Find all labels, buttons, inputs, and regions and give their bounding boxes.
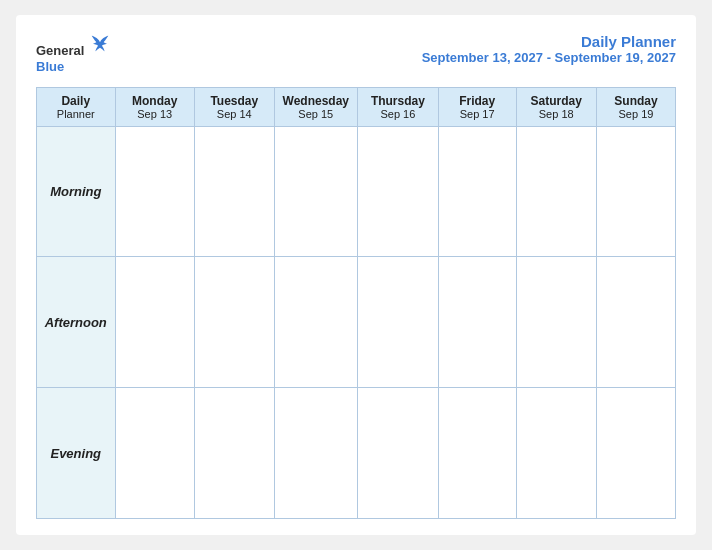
afternoon-sunday[interactable] [596,257,675,388]
morning-thursday[interactable] [357,126,438,257]
monday-name: Monday [120,94,190,108]
afternoon-wednesday[interactable] [274,257,357,388]
logo-text: General Blue [36,33,111,75]
morning-sunday[interactable] [596,126,675,257]
page: General Blue Daily Planner September 13,… [16,15,696,535]
evening-wednesday[interactable] [274,388,357,519]
morning-friday[interactable] [438,126,516,257]
afternoon-tuesday[interactable] [194,257,274,388]
morning-saturday[interactable] [516,126,596,257]
evening-saturday[interactable] [516,388,596,519]
evening-thursday[interactable] [357,388,438,519]
logo-bird-icon [89,33,111,55]
sunday-date: Sep 19 [601,108,671,120]
tuesday-name: Tuesday [199,94,270,108]
header-thursday: Thursday Sep 16 [357,87,438,126]
morning-wednesday[interactable] [274,126,357,257]
wednesday-date: Sep 15 [279,108,353,120]
evening-sunday[interactable] [596,388,675,519]
planner-title: Daily Planner [422,33,676,50]
title-area: Daily Planner September 13, 2027 - Septe… [422,33,676,65]
sunday-name: Sunday [601,94,671,108]
row-evening: Evening [37,388,676,519]
header-sunday: Sunday Sep 19 [596,87,675,126]
label-col-name: Daily [41,94,111,108]
afternoon-friday[interactable] [438,257,516,388]
header-tuesday: Tuesday Sep 14 [194,87,274,126]
header-saturday: Saturday Sep 18 [516,87,596,126]
logo-area: General Blue [36,33,111,75]
saturday-name: Saturday [521,94,592,108]
morning-tuesday[interactable] [194,126,274,257]
header-wednesday: Wednesday Sep 15 [274,87,357,126]
afternoon-monday[interactable] [115,257,194,388]
label-col-sub: Planner [41,108,111,120]
header-monday: Monday Sep 13 [115,87,194,126]
monday-date: Sep 13 [120,108,190,120]
header-label-col: Daily Planner [37,87,116,126]
afternoon-thursday[interactable] [357,257,438,388]
planner-date-range: September 13, 2027 - September 19, 2027 [422,50,676,65]
logo-general: General [36,43,84,58]
evening-label: Evening [37,388,116,519]
header-friday: Friday Sep 17 [438,87,516,126]
morning-label: Morning [37,126,116,257]
evening-monday[interactable] [115,388,194,519]
morning-monday[interactable] [115,126,194,257]
evening-tuesday[interactable] [194,388,274,519]
header-row: Daily Planner Monday Sep 13 Tuesday Sep … [37,87,676,126]
wednesday-name: Wednesday [279,94,353,108]
friday-name: Friday [443,94,512,108]
row-afternoon: Afternoon [37,257,676,388]
thursday-date: Sep 16 [362,108,434,120]
planner-table: Daily Planner Monday Sep 13 Tuesday Sep … [36,87,676,519]
tuesday-date: Sep 14 [199,108,270,120]
afternoon-saturday[interactable] [516,257,596,388]
top-bar: General Blue Daily Planner September 13,… [36,33,676,75]
thursday-name: Thursday [362,94,434,108]
logo-blue: Blue [36,59,111,75]
row-morning: Morning [37,126,676,257]
afternoon-label: Afternoon [37,257,116,388]
saturday-date: Sep 18 [521,108,592,120]
friday-date: Sep 17 [443,108,512,120]
evening-friday[interactable] [438,388,516,519]
